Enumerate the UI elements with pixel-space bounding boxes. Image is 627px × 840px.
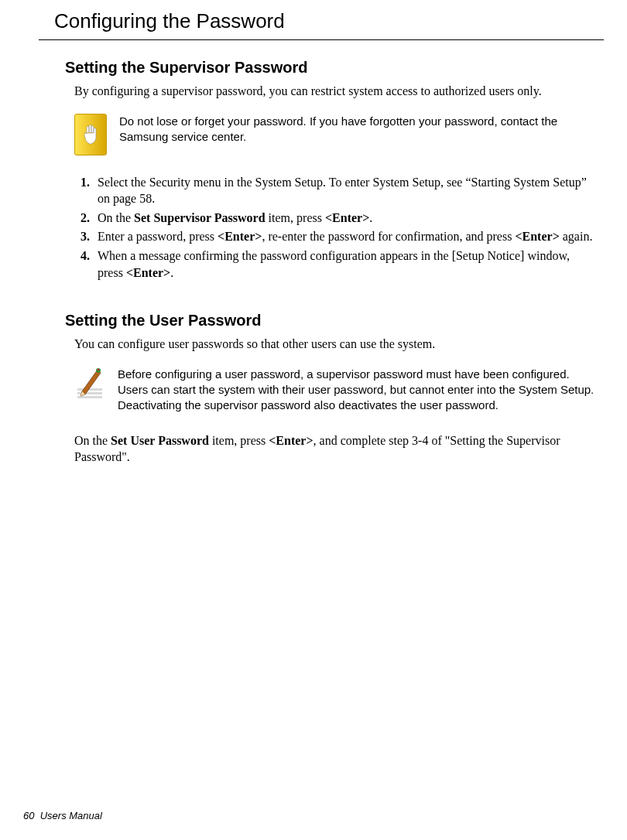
step-3: Enter a password, press <Enter>, re-ente…: [93, 228, 598, 245]
supervisor-intro: By configuring a supervisor password, yo…: [74, 83, 598, 100]
note-pencil-icon: [74, 367, 105, 401]
section-heading-supervisor: Setting the Supervisor Password: [65, 57, 598, 78]
page-footer: 60 Users Manual: [23, 809, 102, 823]
caution-text: Do not lose or forget your password. If …: [119, 114, 598, 145]
svg-rect-2: [77, 396, 102, 398]
title-rule: [39, 39, 604, 40]
note-text: Before configuring a user password, a su…: [118, 367, 598, 414]
user-intro: You can configure user passwords so that…: [74, 336, 598, 353]
page-number: 60: [23, 810, 34, 821]
step-2: On the Set Supervisor Password item, pre…: [93, 210, 598, 227]
section-heading-user: Setting the User Password: [65, 310, 598, 331]
svg-point-4: [98, 369, 99, 370]
supervisor-steps: Select the Security menu in the System S…: [74, 174, 598, 282]
footer-label: Users Manual: [40, 810, 102, 821]
svg-rect-0: [77, 388, 102, 391]
step-4: When a message confirming the password c…: [93, 248, 598, 281]
page-title: Configuring the Password: [54, 8, 604, 35]
user-closing: On the Set User Password item, press <En…: [74, 432, 598, 466]
caution-hand-icon: [74, 114, 107, 155]
step-1: Select the Security menu in the System S…: [93, 174, 598, 207]
caution-callout: Do not lose or forget your password. If …: [74, 114, 598, 155]
note-callout: Before configuring a user password, a su…: [74, 367, 598, 414]
